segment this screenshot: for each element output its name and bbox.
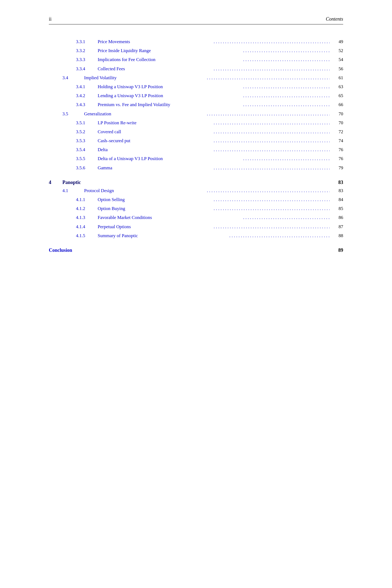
toc-num-353: 3.5.3 (49, 137, 98, 144)
toc-num-356: 3.5.6 (49, 164, 98, 171)
toc-dots-334 (214, 65, 330, 72)
toc-title-41: Protocol Design (84, 187, 207, 194)
toc-page-35: 70 (330, 110, 343, 117)
toc-page-412: 85 (330, 205, 343, 212)
toc-page-354: 76 (330, 146, 343, 153)
toc-entry-341: 3.4.1 Holding a Uniswap V3 LP Position 6… (49, 83, 343, 90)
toc-num-34: 3.4 (49, 74, 84, 81)
toc-num-413: 4.1.3 (49, 214, 98, 221)
table-of-contents: 3.3.1 Price Movements 49 3.3.2 Price Ins… (49, 38, 343, 253)
toc-title-414: Perpetual Options (98, 223, 214, 230)
toc-dots-35 (207, 110, 330, 117)
toc-chapter-4: 4 Panoptic 83 (49, 180, 343, 185)
toc-title-342: Lending a Uniswap V3 LP Position (98, 92, 243, 99)
toc-page-351: 70 (330, 119, 343, 126)
toc-dots-353 (214, 137, 330, 144)
toc-page-34: 61 (330, 74, 343, 81)
toc-entry-412: 4.1.2 Option Buying 85 (49, 205, 343, 212)
toc-page-41: 83 (330, 187, 343, 194)
toc-page-355: 76 (330, 155, 343, 162)
toc-page-356: 79 (330, 164, 343, 171)
toc-chapter-4-page: 83 (330, 180, 343, 185)
toc-num-352: 3.5.2 (49, 128, 98, 135)
toc-dots-355 (243, 155, 330, 162)
toc-num-354: 3.5.4 (49, 146, 98, 153)
page-number-left: ii (49, 16, 52, 22)
toc-entry-353: 3.5.3 Cash–secured put 74 (49, 137, 343, 144)
toc-title-412: Option Buying (98, 205, 214, 212)
toc-entry-352: 3.5.2 Covered call 72 (49, 128, 343, 135)
toc-dots-411 (214, 196, 330, 203)
toc-dots-414 (214, 223, 330, 230)
toc-entry-333: 3.3.3 Implications for Fee Collection 54 (49, 56, 343, 63)
toc-page-415: 88 (330, 232, 343, 239)
toc-num-331: 3.3.1 (49, 38, 98, 45)
toc-num-332: 3.3.2 (49, 47, 98, 54)
toc-entry-415: 4.1.5 Summary of Panoptic 88 (49, 232, 343, 239)
toc-conclusion-title: Conclusion (49, 247, 330, 253)
toc-title-331: Price Movements (98, 38, 214, 45)
page: ii Contents 3.3.1 Price Movements 49 3.3… (0, 0, 392, 588)
toc-entry-331: 3.3.1 Price Movements 49 (49, 38, 343, 45)
toc-title-413: Favorable Market Conditions (98, 214, 243, 221)
toc-num-41: 4.1 (49, 187, 84, 194)
toc-entry-355: 3.5.5 Delta of a Uniswap V3 LP Position … (49, 155, 343, 162)
toc-title-353: Cash–secured put (98, 137, 214, 144)
toc-page-342: 65 (330, 92, 343, 99)
toc-num-341: 3.4.1 (49, 83, 98, 90)
toc-dots-332 (243, 47, 330, 54)
toc-entry-413: 4.1.3 Favorable Market Conditions 86 (49, 214, 343, 221)
toc-num-35: 3.5 (49, 110, 84, 117)
toc-num-411: 4.1.1 (49, 196, 98, 203)
toc-page-343: 66 (330, 101, 343, 108)
toc-dots-356 (214, 164, 330, 171)
toc-num-415: 4.1.5 (49, 232, 98, 239)
toc-page-341: 63 (330, 83, 343, 90)
toc-dots-331 (214, 38, 330, 45)
toc-num-351: 3.5.1 (49, 119, 98, 126)
page-header: ii Contents (49, 16, 343, 24)
toc-num-343: 3.4.3 (49, 101, 98, 108)
toc-dots-343 (243, 101, 330, 108)
toc-entry-351: 3.5.1 LP Position Re-write 70 (49, 119, 343, 126)
toc-num-355: 3.5.5 (49, 155, 98, 162)
toc-title-343: Premium vs. Fee and Implied Volatility (98, 101, 243, 108)
toc-dots-413 (243, 214, 330, 221)
toc-entry-332: 3.3.2 Price Inside Liquidity Range 52 (49, 47, 343, 54)
toc-dots-34 (207, 74, 330, 81)
toc-entry-41: 4.1 Protocol Design 83 (49, 187, 343, 194)
toc-entry-356: 3.5.6 Gamma 79 (49, 164, 343, 171)
toc-title-351: LP Position Re-write (98, 119, 214, 126)
toc-entry-414: 4.1.4 Perpetual Options 87 (49, 223, 343, 230)
toc-dots-354 (214, 146, 330, 153)
toc-num-334: 3.3.4 (49, 65, 98, 72)
page-title-right: Contents (326, 16, 343, 22)
toc-conclusion: Conclusion 89 (49, 247, 343, 253)
toc-entry-354: 3.5.4 Delta 76 (49, 146, 343, 153)
toc-page-413: 86 (330, 214, 343, 221)
toc-dots-352 (214, 128, 330, 135)
toc-entry-411: 4.1.1 Option Selling 84 (49, 196, 343, 203)
toc-chapter-4-num: 4 (49, 180, 62, 185)
toc-num-412: 4.1.2 (49, 205, 98, 212)
toc-title-415: Summary of Panoptic (98, 232, 229, 239)
toc-entry-334: 3.3.4 Collected Fees 56 (49, 65, 343, 72)
toc-dots-341 (243, 83, 330, 90)
toc-page-333: 54 (330, 56, 343, 63)
toc-entry-342: 3.4.2 Lending a Uniswap V3 LP Position 6… (49, 92, 343, 99)
toc-dots-41 (207, 187, 330, 194)
toc-title-355: Delta of a Uniswap V3 LP Position (98, 155, 243, 162)
toc-chapter-4-title: Panoptic (62, 180, 330, 185)
toc-page-352: 72 (330, 128, 343, 135)
toc-dots-342 (243, 92, 330, 99)
toc-num-342: 3.4.2 (49, 92, 98, 99)
toc-title-356: Gamma (98, 164, 214, 171)
toc-page-332: 52 (330, 47, 343, 54)
toc-dots-412 (214, 205, 330, 212)
toc-page-414: 87 (330, 223, 343, 230)
toc-title-34: Implied Volatility (84, 74, 207, 81)
toc-num-414: 4.1.4 (49, 223, 98, 230)
toc-title-341: Holding a Uniswap V3 LP Position (98, 83, 243, 90)
toc-dots-333 (243, 56, 330, 63)
toc-conclusion-page: 89 (330, 247, 343, 253)
